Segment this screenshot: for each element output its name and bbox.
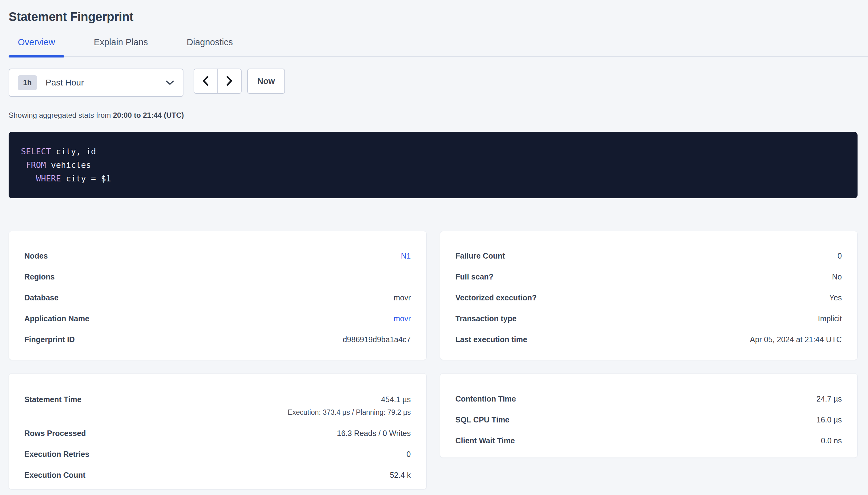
sql-line: WHERE city = $1 — [21, 172, 845, 185]
stat-value-link[interactable]: movr — [394, 314, 411, 323]
stat-value: 0 — [407, 450, 411, 458]
stat-label: Rows Processed — [24, 428, 86, 439]
stat-row: Fingerprint IDd986919d9ba1a4c7 — [24, 329, 411, 350]
chevron-right-icon — [225, 75, 234, 88]
stat-label: Fingerprint ID — [24, 334, 75, 345]
stat-row: Vectorized execution?Yes — [456, 287, 842, 308]
stat-value: 0 — [837, 252, 842, 260]
stat-row: Contention Time24.7 µs — [456, 388, 842, 409]
card-statement-details: NodesN1RegionsDatabasemovrApplication Na… — [9, 231, 427, 360]
time-controls-row: 1h Past Hour — [9, 69, 857, 97]
stat-value: Implicit — [818, 314, 842, 323]
stat-value-wrap: 52.4 k — [390, 470, 411, 480]
stat-value-wrap: 0 — [837, 251, 842, 261]
stat-label: Statement Time — [24, 394, 82, 405]
stat-value-wrap: 0 — [407, 449, 411, 459]
stat-label: Database — [24, 292, 59, 303]
tab-diagnostics[interactable]: Diagnostics — [178, 37, 242, 56]
sql-keyword: FROM — [26, 160, 46, 170]
stat-row: Last execution timeApr 05, 2024 at 21:44… — [456, 329, 842, 350]
stat-label: Execution Retries — [24, 449, 89, 459]
stat-value-wrap: Yes — [829, 292, 842, 303]
stat-value: 16.0 µs — [816, 415, 842, 424]
stat-row: Execution Count52.4 k — [24, 464, 411, 485]
stat-row: Application Namemovr — [24, 308, 411, 329]
stat-value-wrap: 24.7 µs — [816, 394, 842, 404]
aggregated-stats-note: Showing aggregated stats from 20:00 to 2… — [9, 111, 857, 120]
stat-value: No — [832, 272, 842, 281]
tab-explain-plans[interactable]: Explain Plans — [85, 37, 157, 56]
stat-row: Statement Time454.1 µsExecution: 373.4 µ… — [24, 389, 411, 423]
stat-value-wrap: 16.3 Reads / 0 Writes — [337, 428, 411, 439]
stat-value: 24.7 µs — [816, 394, 842, 403]
stat-row: Regions — [24, 266, 411, 287]
stat-label: Last execution time — [456, 334, 527, 345]
stats-cards-grid: NodesN1RegionsDatabasemovrApplication Na… — [9, 231, 857, 490]
sql-keyword: WHERE — [36, 174, 61, 183]
stat-value-wrap: No — [832, 272, 842, 282]
stat-label: Application Name — [24, 313, 89, 324]
stat-label: Contention Time — [456, 394, 516, 404]
stat-label: Execution Count — [24, 470, 85, 480]
stat-row: Rows Processed16.3 Reads / 0 Writes — [24, 423, 411, 444]
time-interval-label: Past Hour — [46, 78, 84, 88]
time-interval-badge: 1h — [18, 75, 37, 90]
stat-label: Client Wait Time — [456, 436, 515, 446]
stat-value-wrap: 0.0 ns — [821, 436, 842, 446]
time-interval-select[interactable]: 1h Past Hour — [9, 69, 183, 97]
stat-row: NodesN1 — [24, 245, 411, 266]
sql-line: FROM vehicles — [21, 158, 845, 172]
prev-interval-button[interactable] — [194, 69, 218, 93]
time-nav-buttons — [194, 69, 242, 94]
stat-row: Full scan?No — [456, 266, 842, 287]
stat-value-link[interactable]: N1 — [401, 252, 411, 260]
stat-value-wrap: Apr 05, 2024 at 21:44 UTC — [750, 334, 842, 345]
stat-value-wrap: movr — [394, 292, 411, 303]
stat-value: d986919d9ba1a4c7 — [343, 335, 411, 344]
page-title: Statement Fingerprint — [9, 10, 857, 24]
stat-label: Full scan? — [456, 272, 494, 282]
stat-label: Vectorized execution? — [456, 292, 537, 303]
stat-value-wrap: d986919d9ba1a4c7 — [343, 334, 411, 345]
stat-row: Databasemovr — [24, 287, 411, 308]
card-statement-timings: Statement Time454.1 µsExecution: 373.4 µ… — [9, 373, 427, 490]
tab-bar: OverviewExplain PlansDiagnostics — [9, 37, 868, 57]
stat-value-wrap: N1 — [401, 251, 411, 261]
stat-value: Yes — [829, 293, 842, 302]
sql-line: SELECT city, id — [21, 145, 845, 158]
sql-keyword: SELECT — [21, 147, 51, 156]
stat-row: Transaction typeImplicit — [456, 308, 842, 329]
tab-overview[interactable]: Overview — [9, 37, 64, 56]
stats-time-range: 20:00 to 21:44 (UTC) — [113, 111, 184, 119]
stat-value-wrap: movr — [394, 313, 411, 324]
card-execution-attributes: Failure Count0Full scan?NoVectorized exe… — [440, 231, 858, 360]
chevron-down-icon — [166, 80, 174, 85]
stat-value: Apr 05, 2024 at 21:44 UTC — [750, 335, 842, 344]
stat-label: Regions — [24, 272, 55, 282]
stat-value: 16.3 Reads / 0 Writes — [337, 429, 411, 438]
stat-row: Execution Retries0 — [24, 444, 411, 464]
stat-value: 52.4 k — [390, 471, 411, 479]
stat-value: 454.1 µs — [381, 395, 411, 404]
stat-value-wrap: 454.1 µsExecution: 373.4 µs / Planning: … — [288, 394, 411, 417]
now-button[interactable]: Now — [247, 69, 285, 94]
stat-subvalue: Execution: 373.4 µs / Planning: 79.2 µs — [288, 407, 411, 417]
stat-row: Client Wait Time0.0 ns — [456, 430, 842, 451]
stat-row: Failure Count0 — [456, 245, 842, 266]
sql-statement-box: SELECT city, id FROM vehicles WHERE city… — [9, 132, 857, 198]
stat-value-wrap: 16.0 µs — [816, 414, 842, 425]
stat-label: Nodes — [24, 251, 48, 261]
stats-note-prefix: Showing aggregated stats from — [9, 111, 111, 119]
stat-value: 0.0 ns — [821, 436, 842, 445]
stat-label: SQL CPU Time — [456, 414, 510, 425]
stat-value-wrap: Implicit — [818, 313, 842, 324]
next-interval-button[interactable] — [218, 69, 241, 93]
card-wait-timings: Contention Time24.7 µsSQL CPU Time16.0 µ… — [440, 373, 858, 458]
stat-label: Transaction type — [456, 313, 517, 324]
stat-value: movr — [394, 293, 411, 302]
stat-label: Failure Count — [456, 251, 505, 261]
stat-row: SQL CPU Time16.0 µs — [456, 409, 842, 430]
chevron-left-icon — [201, 75, 210, 88]
statement-fingerprint-page: Statement Fingerprint OverviewExplain Pl… — [0, 10, 868, 490]
